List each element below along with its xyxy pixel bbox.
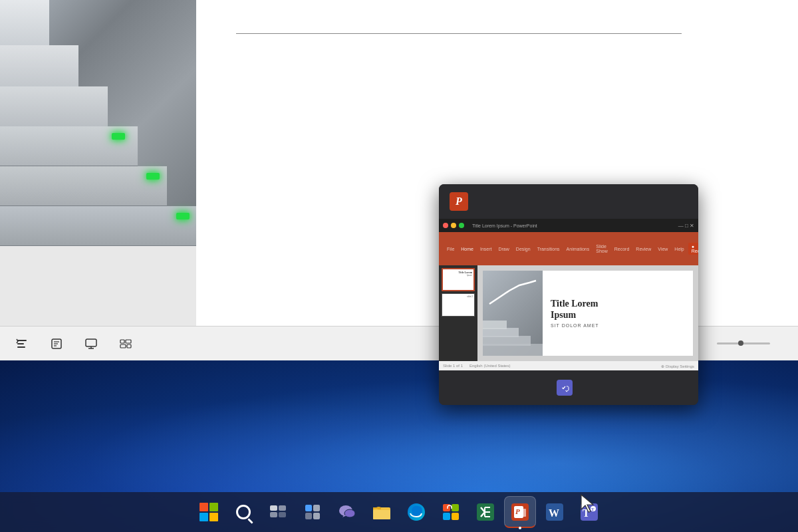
view-options-button[interactable] bbox=[110, 335, 141, 352]
mini-status-slide: Slide 1 of 1 bbox=[443, 364, 463, 368]
task-view-icon bbox=[269, 503, 287, 521]
general-icon bbox=[16, 338, 28, 350]
teams-icon: T T bbox=[579, 502, 599, 522]
svg-rect-21 bbox=[305, 513, 312, 519]
mini-record-button: ● Record bbox=[688, 243, 698, 255]
chat-icon bbox=[337, 502, 357, 522]
svg-rect-12 bbox=[120, 344, 126, 348]
svg-rect-26 bbox=[373, 510, 390, 519]
stair-light-1 bbox=[112, 133, 125, 140]
mini-slide-panel: Title Lorem Ipsum slide 2 bbox=[439, 265, 477, 361]
svg-point-24 bbox=[344, 509, 355, 517]
teams-share-icon bbox=[557, 380, 573, 396]
teams-button[interactable]: T T bbox=[573, 496, 605, 528]
svg-rect-2 bbox=[17, 346, 25, 348]
mini-window-title: Title Lorem Ipsum - PowerPoint bbox=[472, 223, 537, 228]
mini-slide-thumb-2: slide 2 bbox=[442, 293, 475, 317]
svg-rect-22 bbox=[313, 513, 320, 519]
mini-status-language: English (United States) bbox=[469, 364, 510, 368]
notes-icon bbox=[51, 338, 63, 350]
stair-light-2 bbox=[146, 173, 160, 180]
file-explorer-icon bbox=[372, 502, 392, 522]
widgets-button[interactable] bbox=[297, 496, 329, 528]
mini-slide-thumb-1: Title Lorem Ipsum bbox=[442, 268, 475, 291]
svg-rect-39 bbox=[521, 509, 526, 517]
mini-ribbon-insert: Insert bbox=[477, 245, 495, 253]
widgets-icon bbox=[303, 503, 322, 521]
mini-slide-content: Title LoremIpsum SIT DOLOR AMET bbox=[543, 293, 693, 334]
powerpoint-button[interactable]: P bbox=[504, 496, 536, 528]
mini-minimize-dot bbox=[451, 223, 456, 228]
task-view-button[interactable] bbox=[262, 496, 294, 528]
edge-icon bbox=[406, 502, 426, 522]
svg-rect-30 bbox=[443, 513, 450, 520]
svg-rect-0 bbox=[17, 340, 27, 341]
windows-logo-icon bbox=[200, 503, 218, 521]
mini-status-zoom: ⊕ Display Settings bbox=[661, 364, 694, 368]
search-icon bbox=[236, 505, 251, 519]
slide-background-image bbox=[0, 0, 196, 246]
slide-divider bbox=[236, 33, 682, 34]
zoom-controls bbox=[702, 340, 791, 347]
powerpoint-icon: P bbox=[510, 502, 530, 522]
mini-main-slide: Title LoremIpsum SIT DOLOR AMET bbox=[483, 271, 693, 356]
mini-ribbon-review: Review bbox=[633, 245, 654, 253]
file-explorer-button[interactable] bbox=[366, 496, 398, 528]
svg-rect-19 bbox=[305, 505, 312, 511]
mini-ribbon-animations: Animations bbox=[564, 245, 593, 253]
mini-slide-subtitle: SIT DOLOR AMET bbox=[551, 323, 685, 328]
mini-ribbon-home: Home bbox=[458, 245, 476, 253]
mini-ribbon-file: File bbox=[444, 245, 457, 253]
store-button[interactable] bbox=[435, 496, 467, 528]
svg-text:T: T bbox=[591, 507, 595, 512]
svg-text:W: W bbox=[549, 507, 559, 519]
excel-button[interactable] bbox=[469, 496, 501, 528]
stair-light-3 bbox=[176, 213, 190, 219]
display-settings-icon bbox=[85, 338, 97, 350]
zoom-slider[interactable] bbox=[717, 342, 770, 344]
ppt-popup-header: P bbox=[439, 184, 698, 219]
mini-ribbon-record: Record bbox=[612, 245, 632, 253]
mini-close-dot bbox=[443, 223, 448, 228]
start-button[interactable] bbox=[193, 496, 225, 528]
chat-button[interactable] bbox=[331, 496, 363, 528]
mini-window-controls: — □ ✕ bbox=[678, 223, 694, 229]
mini-title-bar: Title Lorem Ipsum - PowerPoint — □ ✕ bbox=[439, 219, 698, 232]
svg-rect-29 bbox=[452, 504, 459, 511]
taskbar: P W T T bbox=[0, 492, 798, 532]
svg-rect-16 bbox=[279, 505, 286, 511]
notes-button[interactable] bbox=[41, 335, 76, 352]
mini-maximize-dot bbox=[459, 223, 464, 228]
svg-text:T: T bbox=[583, 507, 590, 519]
mini-ribbon-help: Help bbox=[672, 245, 686, 253]
view-options-icon bbox=[120, 338, 132, 350]
general-button[interactable] bbox=[7, 335, 41, 352]
powerpoint-badge-icon: P bbox=[450, 192, 468, 211]
ppt-preview-thumbnail[interactable]: Title Lorem Ipsum - PowerPoint — □ ✕ Fil… bbox=[439, 219, 698, 370]
mini-ribbon-view: View bbox=[655, 245, 670, 253]
mini-ribbon-transitions: Transitions bbox=[535, 245, 563, 253]
ppt-thumbnail-popup: P Title Lorem Ipsum - PowerPoint — □ ✕ F… bbox=[439, 184, 698, 405]
mini-body: Title Lorem Ipsum slide 2 bbox=[439, 265, 698, 361]
svg-rect-13 bbox=[127, 344, 131, 348]
mini-ribbon-design: Design bbox=[513, 245, 533, 253]
svg-rect-7 bbox=[86, 339, 96, 346]
store-icon bbox=[441, 502, 461, 522]
svg-rect-15 bbox=[270, 505, 277, 511]
mini-ribbon-slideshow: Slide Show bbox=[593, 243, 610, 255]
search-button[interactable] bbox=[227, 496, 259, 528]
word-button[interactable]: W bbox=[539, 496, 571, 528]
mini-ppt-ui: Title Lorem Ipsum - PowerPoint — □ ✕ Fil… bbox=[439, 219, 698, 370]
share-window-bar[interactable] bbox=[439, 370, 698, 405]
svg-rect-20 bbox=[313, 505, 320, 511]
excel-icon bbox=[475, 502, 495, 522]
word-icon: W bbox=[545, 502, 565, 522]
mini-status-bar: Slide 1 of 1 English (United States) ⊕ D… bbox=[439, 361, 698, 370]
svg-rect-1 bbox=[17, 343, 24, 344]
display-settings-button[interactable] bbox=[76, 335, 110, 352]
svg-rect-31 bbox=[452, 513, 459, 520]
svg-text:P: P bbox=[515, 507, 520, 515]
svg-rect-10 bbox=[120, 340, 124, 343]
edge-button[interactable] bbox=[400, 496, 432, 528]
mini-slide-title: Title LoremIpsum bbox=[551, 299, 685, 321]
